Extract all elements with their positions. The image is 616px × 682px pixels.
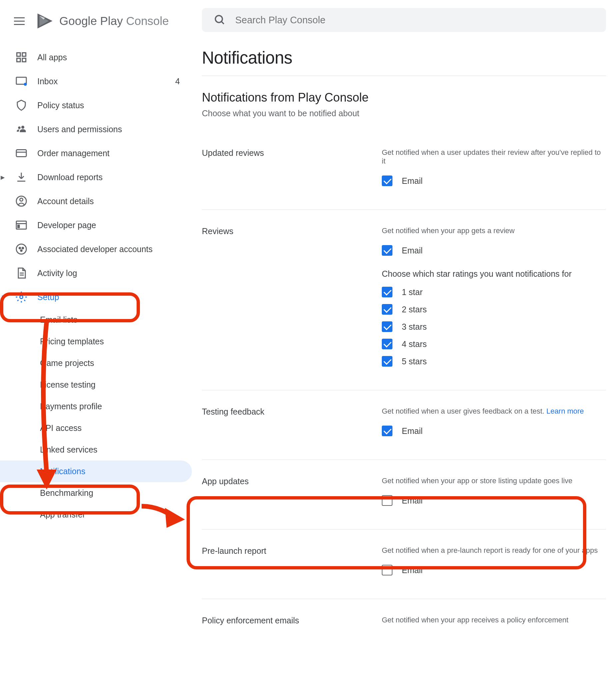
section-heading: Notifications from Play Console — [202, 91, 606, 105]
checkbox-label: 3 stars — [402, 322, 427, 332]
svg-point-9 — [18, 127, 21, 129]
svg-point-7 — [24, 83, 27, 86]
page-title: Notifications — [202, 48, 606, 76]
star-checkbox-2[interactable] — [382, 304, 393, 315]
checkbox-label: Email — [402, 176, 423, 186]
sidebar-item-label: Account details — [37, 197, 180, 206]
svg-rect-5 — [22, 58, 26, 62]
sidebar-item-associated-accounts[interactable]: Associated developer accounts — [0, 237, 192, 261]
setting-label: Testing feedback — [202, 407, 382, 443]
setting-label: Policy enforcement emails — [202, 616, 382, 634]
sidebar-item-label: Associated developer accounts — [37, 245, 180, 254]
email-checkbox[interactable] — [382, 565, 393, 575]
svg-point-8 — [21, 126, 24, 129]
sidebar-item-activity-log[interactable]: Activity log — [0, 261, 192, 285]
svg-rect-16 — [17, 225, 20, 228]
star-checkbox-4[interactable] — [382, 339, 393, 349]
sidebar-sub-benchmarking[interactable]: Benchmarking — [0, 482, 192, 504]
setting-testing-feedback: Testing feedback Get notified when a use… — [202, 407, 606, 460]
shield-icon — [15, 99, 27, 111]
setting-policy-enforcement: Policy enforcement emails Get notified w… — [202, 616, 606, 651]
search-box[interactable] — [202, 8, 606, 32]
sidebar-sub-license-testing[interactable]: License testing — [0, 374, 192, 395]
checkbox-label: Email — [402, 426, 423, 436]
learn-more-link[interactable]: Learn more — [546, 407, 584, 415]
star-checkbox-5[interactable] — [382, 356, 393, 367]
sidebar-item-label: Developer page — [37, 221, 180, 230]
star-checkbox-1[interactable] — [382, 287, 393, 297]
svg-point-17 — [16, 244, 26, 254]
download-icon — [15, 171, 27, 183]
checkbox-label: 2 stars — [402, 305, 427, 314]
sidebar-sub-api-access[interactable]: API access — [0, 417, 192, 439]
setting-label: App updates — [202, 477, 382, 513]
checkbox-label: Email — [402, 496, 423, 505]
section-subtitle: Choose what you want to be notified abou… — [202, 109, 606, 118]
window-icon — [15, 219, 27, 231]
svg-rect-2 — [17, 53, 21, 56]
email-checkbox[interactable] — [382, 176, 393, 186]
svg-rect-3 — [22, 53, 26, 56]
inbox-count: 4 — [175, 76, 180, 86]
email-checkbox[interactable] — [382, 426, 393, 436]
chevron-right-icon: ▶ — [1, 174, 5, 181]
sidebar-item-account-details[interactable]: Account details — [0, 189, 192, 213]
sidebar-sub-linked-services[interactable]: Linked services — [0, 439, 192, 460]
sidebar-item-order-management[interactable]: Order management — [0, 141, 192, 165]
setting-description: Get notified when a user gives feedback … — [382, 407, 606, 415]
setting-updated-reviews: Updated reviews Get notified when a user… — [202, 148, 606, 210]
sidebar-item-users-permissions[interactable]: Users and permissions — [0, 117, 192, 141]
svg-point-20 — [21, 250, 22, 251]
email-checkbox[interactable] — [382, 245, 393, 256]
setting-app-updates: App updates Get notified when your app o… — [202, 477, 606, 529]
checkbox-label: Email — [402, 565, 423, 575]
sidebar-sub-payments-profile[interactable]: Payments profile — [0, 395, 192, 417]
setting-description: Get notified when your app or store list… — [382, 477, 606, 485]
sidebar-item-download-reports[interactable]: ▶ Download reports — [0, 165, 192, 189]
hamburger-menu[interactable] — [14, 14, 28, 28]
sidebar-sub-notifications[interactable]: Notifications — [0, 460, 192, 482]
sidebar-sub-pricing-templates[interactable]: Pricing templates — [0, 331, 192, 352]
logo[interactable]: Google Play Console — [36, 12, 169, 30]
sidebar-item-setup[interactable]: ▼ Setup — [0, 285, 192, 309]
svg-point-23 — [20, 296, 23, 299]
sidebar-item-label: Inbox — [37, 76, 165, 86]
svg-point-19 — [22, 247, 24, 249]
svg-point-13 — [20, 198, 23, 201]
sidebar-item-label: Download reports — [37, 173, 180, 182]
setting-reviews: Reviews Get notified when your app gets … — [202, 226, 606, 390]
document-icon — [15, 267, 27, 279]
sidebar-item-policy-status[interactable]: Policy status — [0, 93, 192, 117]
svg-point-24 — [216, 16, 223, 23]
setting-description: Get notified when a pre-launch report is… — [382, 546, 606, 555]
sidebar-item-label: All apps — [37, 53, 180, 62]
setting-prelaunch-report: Pre-launch report Get notified when a pr… — [202, 546, 606, 599]
sidebar-item-label: Policy status — [37, 100, 180, 110]
sidebar-item-label: Order management — [37, 149, 180, 158]
users-icon — [15, 123, 27, 135]
email-checkbox[interactable] — [382, 495, 393, 506]
setting-label: Reviews — [202, 226, 382, 373]
checkbox-label: 5 stars — [402, 357, 427, 366]
setting-description: Get notified when your app receives a po… — [382, 616, 606, 624]
svg-rect-4 — [17, 58, 21, 62]
sidebar-sub-game-projects[interactable]: Game projects — [0, 352, 192, 374]
inbox-icon — [15, 75, 27, 87]
sidebar-item-developer-page[interactable]: Developer page — [0, 213, 192, 237]
sidebar-sub-email-lists[interactable]: Email lists — [0, 309, 192, 331]
play-logo-icon — [36, 12, 54, 30]
sidebar-item-label: Activity log — [37, 268, 180, 278]
search-input[interactable] — [235, 15, 594, 26]
ratings-heading: Choose which star ratings you want notif… — [382, 269, 606, 279]
setting-label: Updated reviews — [202, 148, 382, 193]
sidebar-sub-app-transfer[interactable]: App transfer — [0, 504, 192, 525]
sidebar-item-label: Users and permissions — [37, 124, 180, 134]
logo-text: Google Play Console — [59, 14, 169, 28]
setting-description: Get notified when your app gets a review — [382, 226, 606, 235]
star-checkbox-3[interactable] — [382, 321, 393, 332]
sidebar: All apps Inbox 4 Policy status Users and… — [0, 42, 192, 525]
svg-line-25 — [222, 22, 224, 24]
sidebar-item-all-apps[interactable]: All apps — [0, 45, 192, 69]
checkbox-label: 1 star — [402, 288, 423, 297]
sidebar-item-inbox[interactable]: Inbox 4 — [0, 69, 192, 93]
